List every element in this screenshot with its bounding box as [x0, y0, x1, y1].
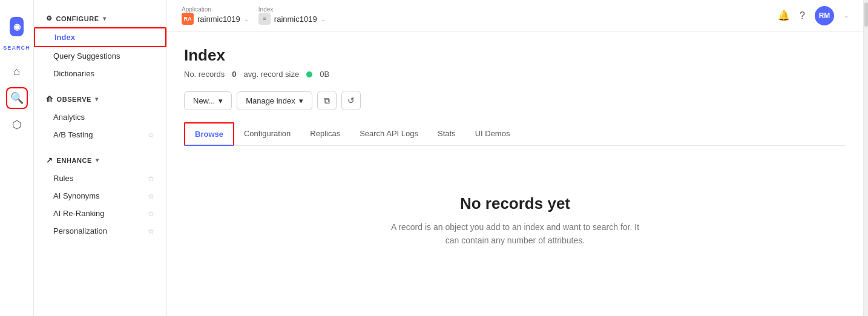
application-chevron: ⌄	[244, 16, 249, 22]
tab-ui-demos-label: UI Demos	[475, 129, 510, 138]
tab-search-api-logs-label: Search API Logs	[360, 129, 418, 138]
application-breadcrumb-value[interactable]: RA rainmic1019 ⌄	[182, 13, 249, 25]
sidebar-item-index[interactable]: Index	[34, 27, 166, 47]
home-icon: ⌂	[13, 65, 20, 78]
tab-configuration-label: Configuration	[244, 129, 291, 138]
tab-configuration[interactable]: Configuration	[234, 123, 300, 145]
new-button-label: New...	[193, 96, 215, 105]
enhance-section-header[interactable]: ↗ ENHANCE ▾	[34, 151, 166, 170]
meta-avg-label: avg. record size	[243, 70, 299, 79]
home-nav-icon[interactable]: ⌂	[6, 61, 28, 82]
sidebar-item-rules[interactable]: Rules ☆	[34, 170, 166, 187]
tabs: Browse Configuration Replicas Search API…	[184, 122, 846, 146]
manage-index-chevron: ▾	[299, 96, 303, 105]
ab-testing-star-icon[interactable]: ☆	[148, 131, 154, 139]
application-breadcrumb: Application RA rainmic1019 ⌄	[182, 6, 249, 25]
sidebar-item-dictionaries[interactable]: Dictionaries	[34, 65, 166, 82]
refresh-button[interactable]: ↺	[341, 91, 361, 110]
notification-icon[interactable]: 🔔	[778, 10, 790, 21]
help-icon[interactable]: ?	[800, 10, 805, 21]
application-icon: RA	[182, 13, 194, 25]
rules-star-icon[interactable]: ☆	[148, 174, 154, 183]
index-breadcrumb-label: Index	[258, 6, 326, 13]
tab-browse[interactable]: Browse	[184, 122, 234, 146]
scrollbar-thumb	[864, 2, 868, 27]
page-content: Index No. records 0 avg. record size 0B …	[167, 31, 863, 316]
manage-index-label: Manage index	[246, 96, 295, 105]
top-bar-right: 🔔 ? RM ⌄	[778, 6, 849, 25]
brand: ◉	[0, 7, 33, 46]
tab-ui-demos[interactable]: UI Demos	[465, 123, 520, 145]
sidebar-item-ai-synonyms[interactable]: AI Synonyms ☆	[34, 187, 166, 205]
sidebar-item-personalization[interactable]: Personalization ☆	[34, 222, 166, 240]
sidebar-item-analytics[interactable]: Analytics	[34, 108, 166, 126]
pin-nav-icon[interactable]: ⬡	[6, 114, 28, 136]
personalization-label: Personalization	[53, 226, 107, 235]
observe-section-icon: ⟰	[46, 94, 53, 104]
main-content: Application RA rainmic1019 ⌄ Index ≡ rai…	[167, 0, 863, 316]
index-breadcrumb-value[interactable]: ≡ rainmic1019 ⌄	[258, 13, 326, 25]
top-bar: Application RA rainmic1019 ⌄ Index ≡ rai…	[167, 0, 863, 31]
ai-synonyms-label: AI Synonyms	[53, 191, 100, 200]
avatar[interactable]: RM	[815, 6, 834, 25]
dictionaries-label: Dictionaries	[53, 69, 94, 78]
meta-records-value: 0	[232, 70, 236, 79]
status-dot	[306, 71, 312, 77]
tab-browse-label: Browse	[195, 130, 223, 139]
configure-label: CONFIGURE	[56, 15, 99, 22]
avatar-chevron[interactable]: ⌄	[844, 12, 849, 19]
index-label: Index	[54, 33, 75, 42]
observe-chevron: ▾	[95, 96, 99, 102]
ai-reranking-label: AI Re-Ranking	[53, 209, 105, 218]
ai-synonyms-star-icon[interactable]: ☆	[148, 192, 154, 200]
action-bar: New... ▾ Manage index ▾ ⧉ ↺	[184, 91, 846, 110]
new-button-chevron: ▾	[219, 96, 223, 105]
search-nav-icon[interactable]: 🔍	[6, 87, 28, 109]
index-meta: No. records 0 avg. record size 0B	[184, 70, 846, 79]
tab-stats[interactable]: Stats	[428, 123, 465, 145]
magnifier-icon: 🔍	[10, 91, 24, 105]
empty-title: No records yet	[460, 194, 570, 213]
brand-logo-icon: ◉	[10, 17, 24, 36]
scrollbar[interactable]	[863, 0, 868, 316]
configure-section-header[interactable]: ⚙ CONFIGURE ▾	[34, 10, 166, 27]
ai-reranking-star-icon[interactable]: ☆	[148, 209, 154, 218]
meta-records-label: No. records	[184, 70, 225, 79]
icon-rail: ◉ SEARCH ⌂ 🔍 ⬡	[0, 0, 34, 316]
tab-stats-label: Stats	[438, 129, 456, 138]
new-button[interactable]: New... ▾	[184, 91, 232, 110]
sidebar-item-ab-testing[interactable]: A/B Testing ☆	[34, 126, 166, 143]
sidebar: ⚙ CONFIGURE ▾ Index Query Suggestions Di…	[34, 0, 167, 316]
observe-section-header[interactable]: ⟰ OBSERVE ▾	[34, 90, 166, 108]
configure-section-icon: ⚙	[46, 15, 53, 22]
enhance-chevron: ▾	[96, 157, 99, 163]
application-name: rainmic1019	[197, 15, 240, 24]
sidebar-item-query-suggestions[interactable]: Query Suggestions	[34, 47, 166, 65]
refresh-icon: ↺	[347, 96, 355, 105]
rules-label: Rules	[53, 174, 73, 183]
application-breadcrumb-label: Application	[182, 6, 249, 13]
query-suggestions-label: Query Suggestions	[53, 51, 120, 61]
tab-replicas[interactable]: Replicas	[300, 123, 350, 145]
empty-state: No records yet A record is an object you…	[184, 146, 846, 296]
personalization-star-icon[interactable]: ☆	[148, 227, 154, 235]
observe-label: OBSERVE	[57, 96, 91, 103]
brand-text: SEARCH	[3, 45, 30, 51]
enhance-label: ENHANCE	[57, 157, 92, 164]
sidebar-item-ai-reranking[interactable]: AI Re-Ranking ☆	[34, 205, 166, 222]
copy-icon: ⧉	[324, 96, 330, 106]
configure-chevron: ▾	[103, 15, 107, 22]
pin-icon: ⬡	[12, 118, 22, 131]
tab-replicas-label: Replicas	[310, 129, 340, 138]
meta-avg-value: 0B	[320, 70, 329, 79]
analytics-label: Analytics	[53, 113, 85, 122]
copy-button[interactable]: ⧉	[317, 91, 337, 110]
empty-description: A record is an object you add to an inde…	[388, 220, 642, 248]
ab-testing-label: A/B Testing	[53, 130, 93, 139]
tab-search-api-logs[interactable]: Search API Logs	[350, 123, 428, 145]
manage-index-button[interactable]: Manage index ▾	[237, 91, 312, 110]
index-chevron: ⌄	[321, 16, 326, 22]
index-name: rainmic1019	[274, 15, 317, 24]
index-icon: ≡	[258, 13, 271, 25]
enhance-section-icon: ↗	[46, 156, 53, 165]
